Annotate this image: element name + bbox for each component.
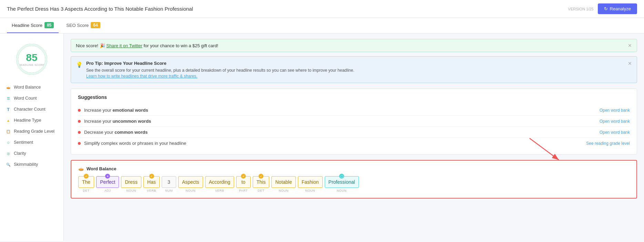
content-area: Nice score! 🎉 Share it on Twitter for yo… [64, 33, 644, 241]
suggestion-dot-4 [78, 142, 81, 145]
sidebar-label-sentiment: Sentiment [14, 140, 33, 145]
suggestion-row-4: Simplify complex words or phrases in you… [78, 138, 630, 149]
word-type-label: NUM [165, 189, 173, 192]
word-type-label: VERB [147, 189, 156, 192]
score-circle-container: 85 HEADLINE SCORE [0, 40, 63, 82]
word-box: to✓ [236, 176, 251, 188]
suggestion-left-4: Simplify complex words or phrases in you… [78, 141, 186, 146]
suggestions-panel: Suggestions Increase your emotional word… [71, 89, 637, 154]
sidebar-label-headline-type: Headline Type [14, 118, 41, 123]
reanalyze-icon: ↻ [604, 6, 608, 11]
word-box: Fashion [298, 176, 323, 188]
score-label: HEADLINE SCORE [18, 63, 45, 67]
word-tag: ◯ [339, 174, 344, 179]
word-card: FashionNOUN [298, 176, 323, 192]
sidebar: 85 HEADLINE SCORE 🥧 Word Balance ☰ Word … [0, 33, 64, 241]
alert-blue-content: 💡 Pro Tip: Improve Your Headline Score S… [76, 61, 354, 79]
word-tag: ✓ [241, 174, 246, 179]
word-type-label: DET [83, 189, 90, 192]
word-card: AccordingVERB [205, 176, 234, 192]
word-type-label: NOUN [337, 189, 347, 192]
word-card: DressNOUN [121, 176, 141, 192]
alert-blue-text: See the overall score for your current h… [86, 67, 354, 73]
word-type-label: NOUN [279, 189, 289, 192]
word-balance-title-icon: 🥧 [78, 166, 84, 171]
sidebar-item-sentiment[interactable]: ☺ Sentiment [0, 137, 63, 148]
tab-headline-label: Headline Score [12, 23, 42, 28]
word-type-label: NOUN [305, 189, 315, 192]
score-circle: 85 HEADLINE SCORE [16, 44, 47, 75]
sidebar-label-reading-grade: Reading Grade Level [14, 129, 54, 134]
suggestion-dot-1 [78, 109, 81, 112]
sidebar-item-word-balance[interactable]: 🥧 Word Balance [0, 82, 63, 93]
word-balance-panel: 🥧 Word Balance The✓DETPerfect✦ADJDressNO… [71, 160, 637, 199]
word-type-label: ADJ [104, 189, 111, 192]
alert-green-text: Nice score! 🎉 Share it on Twitter for yo… [76, 43, 218, 48]
sidebar-label-word-count: Word Count [14, 96, 37, 101]
suggestion-bold-3: common words [114, 130, 148, 135]
sidebar-label-word-balance: Word Balance [14, 85, 41, 90]
open-word-bank-1[interactable]: Open word bank [600, 108, 630, 113]
reading-grade-icon: 📋 [6, 129, 11, 134]
word-tag: ✓ [84, 174, 89, 179]
character-count-icon: T [6, 107, 11, 112]
score-number: 85 [26, 52, 37, 63]
reanalyze-button[interactable]: ↻ Reanalyze [598, 3, 637, 14]
top-right-corner: VERSION 1/25 ↻ Reanalyze [568, 3, 637, 14]
sidebar-item-skimmability[interactable]: 🔍 Skimmability [0, 159, 63, 170]
word-box: Aspects [178, 176, 203, 188]
open-word-bank-3[interactable]: Open word bank [600, 130, 630, 135]
suggestions-title: Suggestions [78, 94, 630, 100]
tabs-bar: Headline Score 85 SEO Score 64 [0, 18, 644, 33]
alert-blue-link[interactable]: Learn how to write headlines that drive … [86, 74, 198, 79]
alert-blue-body: Pro Tip: Improve Your Headline Score See… [86, 61, 354, 79]
sidebar-label-skimmability: Skimmability [14, 162, 38, 167]
clarity-icon: ◎ [6, 151, 11, 156]
suggestion-left-2: Increase your uncommon words [78, 119, 151, 124]
sidebar-item-word-count[interactable]: ☰ Word Count [0, 93, 63, 104]
sidebar-label-character-count: Character Count [14, 107, 46, 112]
reading-grade-link[interactable]: See reading grade level [586, 141, 630, 146]
word-card: AspectsNOUN [178, 176, 203, 192]
main-layout: 85 HEADLINE SCORE 🥧 Word Balance ☰ Word … [0, 33, 644, 241]
word-card: NotableNOUN [271, 176, 295, 192]
sidebar-item-clarity[interactable]: ◎ Clarity [0, 148, 63, 159]
alert-green-close[interactable]: ✕ [628, 43, 632, 48]
word-type-label: VERB [215, 189, 224, 192]
tab-seo[interactable]: SEO Score 64 [61, 18, 105, 33]
word-card: Has✓VERB [143, 176, 160, 192]
headline-title: The Perfect Dress Has 3 Aspects Accordin… [7, 6, 193, 12]
alert-blue-close[interactable]: ✕ [628, 61, 632, 66]
word-tag: ✓ [259, 174, 263, 179]
skimmability-icon: 🔍 [6, 162, 11, 167]
sidebar-item-headline-type[interactable]: ▲ Headline Type [0, 115, 63, 126]
word-box: Perfect✦ [96, 176, 119, 188]
suggestion-bold-2: uncommon words [112, 119, 151, 124]
word-count-icon: ☰ [6, 95, 11, 101]
words-row: The✓DETPerfect✦ADJDressNOUNHas✓VERB3NUMA… [78, 176, 630, 192]
twitter-share-link[interactable]: Share it on Twitter [106, 43, 142, 48]
word-card: 3NUM [162, 176, 176, 192]
word-box: Notable [271, 176, 295, 188]
top-bar-left: The Perfect Dress Has 3 Aspects Accordin… [7, 6, 193, 12]
suggestion-text-1: Increase your emotional words [84, 108, 148, 113]
sidebar-item-character-count[interactable]: T Character Count [0, 104, 63, 115]
suggestion-row-2: Increase your uncommon words Open word b… [78, 116, 630, 127]
suggestion-text-3: Decrease your common words [84, 130, 148, 135]
open-word-bank-2[interactable]: Open word bank [600, 119, 630, 124]
suggestion-text-4: Simplify complex words or phrases in you… [84, 141, 186, 146]
word-type-label: PART [239, 189, 248, 192]
sidebar-item-reading-grade[interactable]: 📋 Reading Grade Level [0, 126, 63, 137]
word-box: Has✓ [143, 176, 160, 188]
headline-type-icon: ▲ [6, 118, 11, 123]
word-box: The✓ [78, 176, 94, 188]
sidebar-label-clarity: Clarity [14, 151, 26, 156]
tab-headline[interactable]: Headline Score 85 [7, 18, 59, 33]
word-box: This✓ [253, 176, 269, 188]
word-box: Professional◯ [325, 176, 359, 188]
word-card: Professional◯NOUN [325, 176, 359, 192]
version-tag: VERSION 1/25 [568, 7, 594, 11]
suggestion-row-3: Decrease your common words Open word ban… [78, 127, 630, 138]
word-box: Dress [121, 176, 141, 188]
word-balance-title: 🥧 Word Balance [78, 166, 630, 171]
